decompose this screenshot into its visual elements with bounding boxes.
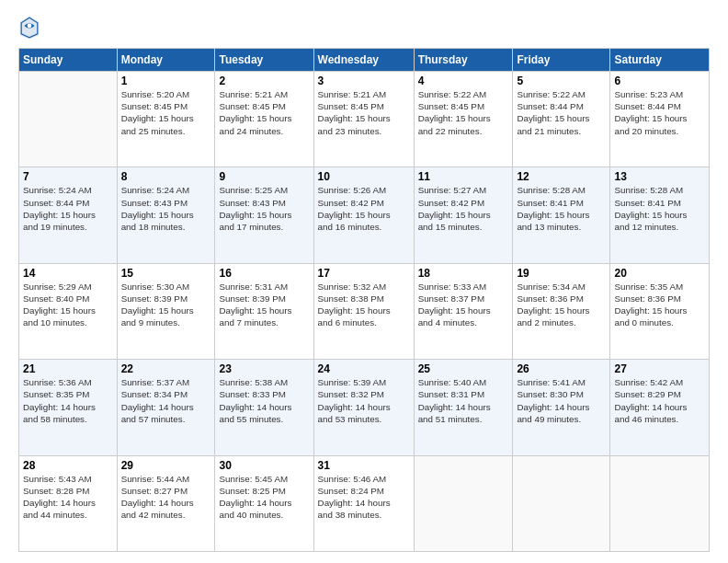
day-number: 26 bbox=[517, 362, 606, 375]
header-friday: Friday bbox=[513, 49, 610, 72]
day-number: 16 bbox=[219, 267, 309, 280]
day-number: 12 bbox=[517, 170, 606, 183]
day-number: 8 bbox=[121, 170, 211, 183]
day-number: 2 bbox=[219, 75, 309, 87]
day-number: 7 bbox=[23, 170, 113, 183]
calendar-cell: 14Sunrise: 5:29 AM Sunset: 8:40 PM Dayli… bbox=[19, 263, 118, 359]
day-info: Sunrise: 5:23 AM Sunset: 8:44 PM Dayligh… bbox=[614, 88, 705, 137]
calendar-cell: 24Sunrise: 5:39 AM Sunset: 8:32 PM Dayli… bbox=[313, 360, 414, 455]
calendar-cell: 28Sunrise: 5:43 AM Sunset: 8:28 PM Dayli… bbox=[19, 455, 118, 551]
calendar-cell: 23Sunrise: 5:38 AM Sunset: 8:33 PM Dayli… bbox=[215, 360, 313, 455]
day-info: Sunrise: 5:45 AM Sunset: 8:25 PM Dayligh… bbox=[219, 473, 309, 522]
day-info: Sunrise: 5:28 AM Sunset: 8:41 PM Dayligh… bbox=[614, 184, 705, 233]
logo bbox=[18, 15, 44, 40]
calendar-cell: 31Sunrise: 5:46 AM Sunset: 8:24 PM Dayli… bbox=[313, 455, 414, 551]
calendar-week-row: 21Sunrise: 5:36 AM Sunset: 8:35 PM Dayli… bbox=[19, 360, 710, 455]
day-info: Sunrise: 5:35 AM Sunset: 8:36 PM Dayligh… bbox=[614, 281, 705, 329]
calendar-cell: 20Sunrise: 5:35 AM Sunset: 8:36 PM Dayli… bbox=[610, 263, 710, 359]
calendar-cell: 16Sunrise: 5:31 AM Sunset: 8:39 PM Dayli… bbox=[215, 263, 313, 359]
day-number: 5 bbox=[517, 75, 606, 87]
day-info: Sunrise: 5:29 AM Sunset: 8:40 PM Dayligh… bbox=[23, 281, 113, 329]
calendar-cell bbox=[610, 455, 710, 551]
day-number: 25 bbox=[418, 362, 509, 375]
day-info: Sunrise: 5:36 AM Sunset: 8:35 PM Dayligh… bbox=[23, 376, 113, 425]
calendar-cell: 12Sunrise: 5:28 AM Sunset: 8:41 PM Dayli… bbox=[513, 167, 610, 263]
calendar-cell: 27Sunrise: 5:42 AM Sunset: 8:29 PM Dayli… bbox=[610, 360, 710, 455]
day-info: Sunrise: 5:24 AM Sunset: 8:43 PM Dayligh… bbox=[121, 184, 211, 233]
calendar-cell: 29Sunrise: 5:44 AM Sunset: 8:27 PM Dayli… bbox=[117, 455, 215, 551]
day-info: Sunrise: 5:21 AM Sunset: 8:45 PM Dayligh… bbox=[318, 88, 410, 137]
header-tuesday: Tuesday bbox=[215, 49, 313, 72]
day-info: Sunrise: 5:38 AM Sunset: 8:33 PM Dayligh… bbox=[219, 376, 309, 425]
calendar-cell: 17Sunrise: 5:32 AM Sunset: 8:38 PM Dayli… bbox=[313, 263, 414, 359]
day-number: 20 bbox=[614, 267, 705, 280]
day-number: 29 bbox=[121, 459, 211, 472]
day-number: 14 bbox=[23, 267, 113, 280]
calendar-cell bbox=[19, 72, 118, 167]
svg-point-2 bbox=[28, 24, 32, 29]
calendar-table: SundayMondayTuesdayWednesdayThursdayFrid… bbox=[18, 48, 710, 552]
header-monday: Monday bbox=[117, 49, 215, 72]
day-info: Sunrise: 5:37 AM Sunset: 8:34 PM Dayligh… bbox=[121, 376, 211, 425]
day-info: Sunrise: 5:43 AM Sunset: 8:28 PM Dayligh… bbox=[23, 473, 113, 522]
day-number: 1 bbox=[121, 75, 211, 87]
day-info: Sunrise: 5:20 AM Sunset: 8:45 PM Dayligh… bbox=[121, 88, 211, 137]
day-number: 10 bbox=[318, 170, 410, 183]
calendar-cell: 11Sunrise: 5:27 AM Sunset: 8:42 PM Dayli… bbox=[414, 167, 513, 263]
page: SundayMondayTuesdayWednesdayThursdayFrid… bbox=[0, 0, 728, 563]
day-info: Sunrise: 5:34 AM Sunset: 8:36 PM Dayligh… bbox=[517, 281, 606, 329]
day-number: 30 bbox=[219, 459, 309, 472]
calendar-cell: 18Sunrise: 5:33 AM Sunset: 8:37 PM Dayli… bbox=[414, 263, 513, 359]
day-info: Sunrise: 5:44 AM Sunset: 8:27 PM Dayligh… bbox=[121, 473, 211, 522]
calendar-cell: 8Sunrise: 5:24 AM Sunset: 8:43 PM Daylig… bbox=[117, 167, 215, 263]
calendar-cell: 21Sunrise: 5:36 AM Sunset: 8:35 PM Dayli… bbox=[19, 360, 118, 455]
calendar-cell: 4Sunrise: 5:22 AM Sunset: 8:45 PM Daylig… bbox=[414, 72, 513, 167]
calendar-cell: 19Sunrise: 5:34 AM Sunset: 8:36 PM Dayli… bbox=[513, 263, 610, 359]
day-number: 13 bbox=[614, 170, 705, 183]
day-info: Sunrise: 5:32 AM Sunset: 8:38 PM Dayligh… bbox=[318, 281, 410, 329]
day-info: Sunrise: 5:28 AM Sunset: 8:41 PM Dayligh… bbox=[517, 184, 606, 233]
day-number: 31 bbox=[318, 459, 410, 472]
calendar-cell: 3Sunrise: 5:21 AM Sunset: 8:45 PM Daylig… bbox=[313, 72, 414, 167]
day-number: 21 bbox=[23, 362, 113, 375]
calendar-cell bbox=[414, 455, 513, 551]
day-number: 27 bbox=[614, 362, 705, 375]
day-info: Sunrise: 5:41 AM Sunset: 8:30 PM Dayligh… bbox=[517, 376, 606, 425]
header-sunday: Sunday bbox=[19, 49, 118, 72]
calendar-cell: 9Sunrise: 5:25 AM Sunset: 8:43 PM Daylig… bbox=[215, 167, 313, 263]
calendar-cell bbox=[513, 455, 610, 551]
day-number: 9 bbox=[219, 170, 309, 183]
day-info: Sunrise: 5:33 AM Sunset: 8:37 PM Dayligh… bbox=[418, 281, 509, 329]
calendar-week-row: 14Sunrise: 5:29 AM Sunset: 8:40 PM Dayli… bbox=[19, 263, 710, 359]
calendar-cell: 15Sunrise: 5:30 AM Sunset: 8:39 PM Dayli… bbox=[117, 263, 215, 359]
day-info: Sunrise: 5:46 AM Sunset: 8:24 PM Dayligh… bbox=[318, 473, 410, 522]
day-info: Sunrise: 5:25 AM Sunset: 8:43 PM Dayligh… bbox=[219, 184, 309, 233]
day-info: Sunrise: 5:22 AM Sunset: 8:45 PM Dayligh… bbox=[418, 88, 509, 137]
day-number: 18 bbox=[418, 267, 509, 280]
day-info: Sunrise: 5:26 AM Sunset: 8:42 PM Dayligh… bbox=[318, 184, 410, 233]
day-number: 28 bbox=[23, 459, 113, 472]
day-number: 23 bbox=[219, 362, 309, 375]
calendar-cell: 7Sunrise: 5:24 AM Sunset: 8:44 PM Daylig… bbox=[19, 167, 118, 263]
calendar-week-row: 7Sunrise: 5:24 AM Sunset: 8:44 PM Daylig… bbox=[19, 167, 710, 263]
header bbox=[18, 15, 710, 40]
calendar-cell: 26Sunrise: 5:41 AM Sunset: 8:30 PM Dayli… bbox=[513, 360, 610, 455]
day-number: 17 bbox=[318, 267, 410, 280]
day-number: 15 bbox=[121, 267, 211, 280]
day-info: Sunrise: 5:31 AM Sunset: 8:39 PM Dayligh… bbox=[219, 281, 309, 329]
day-info: Sunrise: 5:42 AM Sunset: 8:29 PM Dayligh… bbox=[614, 376, 705, 425]
header-saturday: Saturday bbox=[610, 49, 710, 72]
day-number: 3 bbox=[318, 75, 410, 87]
calendar-week-row: 28Sunrise: 5:43 AM Sunset: 8:28 PM Dayli… bbox=[19, 455, 710, 551]
calendar-cell: 1Sunrise: 5:20 AM Sunset: 8:45 PM Daylig… bbox=[117, 72, 215, 167]
calendar-cell: 10Sunrise: 5:26 AM Sunset: 8:42 PM Dayli… bbox=[313, 167, 414, 263]
day-number: 6 bbox=[614, 75, 705, 87]
day-info: Sunrise: 5:27 AM Sunset: 8:42 PM Dayligh… bbox=[418, 184, 509, 233]
calendar-week-row: 1Sunrise: 5:20 AM Sunset: 8:45 PM Daylig… bbox=[19, 72, 710, 167]
day-number: 4 bbox=[418, 75, 509, 87]
day-info: Sunrise: 5:24 AM Sunset: 8:44 PM Dayligh… bbox=[23, 184, 113, 233]
calendar-cell: 25Sunrise: 5:40 AM Sunset: 8:31 PM Dayli… bbox=[414, 360, 513, 455]
day-number: 11 bbox=[418, 170, 509, 183]
day-info: Sunrise: 5:39 AM Sunset: 8:32 PM Dayligh… bbox=[318, 376, 410, 425]
header-thursday: Thursday bbox=[414, 49, 513, 72]
